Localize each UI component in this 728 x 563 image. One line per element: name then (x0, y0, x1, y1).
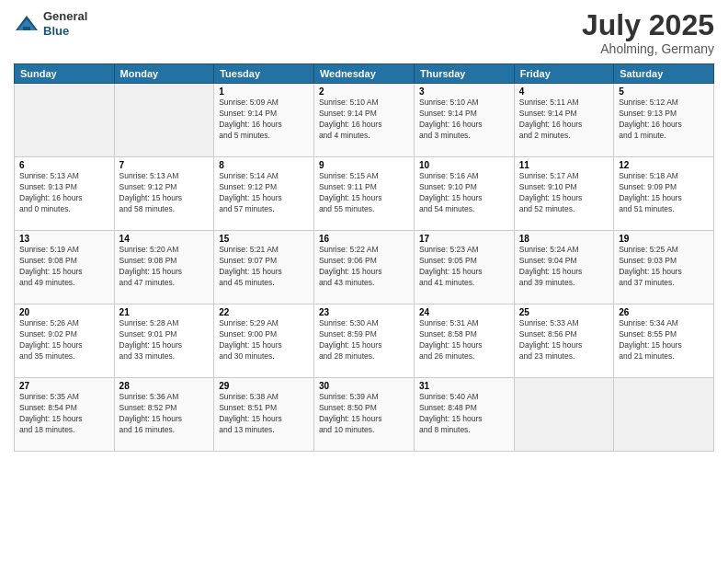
day-number: 3 (419, 86, 509, 97)
day-info: Sunrise: 5:30 AM Sunset: 8:59 PM Dayligh… (319, 318, 409, 362)
table-row: 29Sunrise: 5:38 AM Sunset: 8:51 PM Dayli… (214, 378, 314, 452)
day-number: 29 (219, 381, 309, 391)
table-row: 28Sunrise: 5:36 AM Sunset: 8:52 PM Dayli… (114, 378, 214, 452)
day-info: Sunrise: 5:15 AM Sunset: 9:11 PM Dayligh… (319, 171, 409, 215)
month-title: July 2025 (582, 9, 714, 41)
day-info: Sunrise: 5:35 AM Sunset: 8:54 PM Dayligh… (19, 392, 109, 436)
table-row: 22Sunrise: 5:29 AM Sunset: 9:00 PM Dayli… (214, 304, 314, 378)
table-row: 27Sunrise: 5:35 AM Sunset: 8:54 PM Dayli… (15, 378, 115, 452)
day-number: 26 (619, 307, 709, 317)
day-number: 19 (619, 234, 709, 244)
day-number: 16 (319, 234, 409, 244)
day-info: Sunrise: 5:16 AM Sunset: 9:10 PM Dayligh… (419, 171, 509, 215)
calendar-week-1: 1Sunrise: 5:09 AM Sunset: 9:14 PM Daylig… (15, 84, 714, 157)
table-row: 3Sunrise: 5:10 AM Sunset: 9:14 PM Daylig… (414, 84, 514, 157)
day-number: 15 (219, 234, 309, 244)
day-info: Sunrise: 5:28 AM Sunset: 9:01 PM Dayligh… (119, 318, 210, 362)
table-row: 18Sunrise: 5:24 AM Sunset: 9:04 PM Dayli… (514, 231, 613, 304)
header: General Blue July 2025 Aholming, Germany (14, 9, 714, 56)
day-number: 11 (519, 160, 609, 170)
day-info: Sunrise: 5:34 AM Sunset: 8:55 PM Dayligh… (619, 318, 709, 362)
table-row: 30Sunrise: 5:39 AM Sunset: 8:50 PM Dayli… (313, 378, 414, 452)
day-number: 24 (419, 307, 509, 317)
day-info: Sunrise: 5:10 AM Sunset: 9:14 PM Dayligh… (319, 98, 409, 142)
table-row: 1Sunrise: 5:09 AM Sunset: 9:14 PM Daylig… (214, 84, 314, 157)
logo: General Blue (14, 9, 87, 38)
col-monday: Monday (114, 64, 214, 84)
day-number: 30 (319, 381, 409, 391)
day-number: 21 (119, 307, 210, 317)
col-tuesday: Tuesday (214, 64, 314, 84)
table-row: 13Sunrise: 5:19 AM Sunset: 9:08 PM Dayli… (15, 231, 115, 304)
table-row: 4Sunrise: 5:11 AM Sunset: 9:14 PM Daylig… (514, 84, 613, 157)
svg-rect-2 (23, 27, 30, 30)
day-info: Sunrise: 5:21 AM Sunset: 9:07 PM Dayligh… (219, 245, 309, 289)
day-number: 6 (19, 160, 109, 170)
col-sunday: Sunday (15, 64, 115, 84)
day-info: Sunrise: 5:25 AM Sunset: 9:03 PM Dayligh… (619, 245, 709, 289)
day-info: Sunrise: 5:38 AM Sunset: 8:51 PM Dayligh… (219, 392, 309, 436)
table-row: 17Sunrise: 5:23 AM Sunset: 9:05 PM Dayli… (414, 231, 514, 304)
day-number: 12 (619, 160, 709, 170)
logo-text: General Blue (43, 9, 87, 38)
col-wednesday: Wednesday (313, 64, 414, 84)
table-row: 23Sunrise: 5:30 AM Sunset: 8:59 PM Dayli… (313, 304, 414, 378)
day-number: 9 (319, 160, 409, 170)
day-number: 14 (119, 234, 210, 244)
day-info: Sunrise: 5:10 AM Sunset: 9:14 PM Dayligh… (419, 98, 509, 142)
calendar-header-row: Sunday Monday Tuesday Wednesday Thursday… (15, 64, 714, 84)
table-row (514, 378, 613, 452)
table-row: 2Sunrise: 5:10 AM Sunset: 9:14 PM Daylig… (313, 84, 414, 157)
day-info: Sunrise: 5:22 AM Sunset: 9:06 PM Dayligh… (319, 245, 409, 289)
table-row: 21Sunrise: 5:28 AM Sunset: 9:01 PM Dayli… (114, 304, 214, 378)
day-info: Sunrise: 5:26 AM Sunset: 9:02 PM Dayligh… (19, 318, 109, 362)
table-row: 19Sunrise: 5:25 AM Sunset: 9:03 PM Dayli… (614, 231, 714, 304)
table-row: 6Sunrise: 5:13 AM Sunset: 9:13 PM Daylig… (15, 157, 115, 231)
calendar-week-2: 6Sunrise: 5:13 AM Sunset: 9:13 PM Daylig… (15, 157, 714, 231)
day-info: Sunrise: 5:20 AM Sunset: 9:08 PM Dayligh… (119, 245, 210, 289)
day-info: Sunrise: 5:19 AM Sunset: 9:08 PM Dayligh… (19, 245, 109, 289)
day-number: 20 (19, 307, 109, 317)
day-number: 23 (319, 307, 409, 317)
day-number: 10 (419, 160, 509, 170)
logo-blue: Blue (43, 24, 87, 39)
calendar-week-4: 20Sunrise: 5:26 AM Sunset: 9:02 PM Dayli… (15, 304, 714, 378)
day-number: 8 (219, 160, 309, 170)
title-block: July 2025 Aholming, Germany (582, 9, 714, 56)
day-number: 27 (19, 381, 109, 391)
day-info: Sunrise: 5:23 AM Sunset: 9:05 PM Dayligh… (419, 245, 509, 289)
table-row (15, 84, 115, 157)
table-row: 26Sunrise: 5:34 AM Sunset: 8:55 PM Dayli… (614, 304, 714, 378)
calendar-table: Sunday Monday Tuesday Wednesday Thursday… (14, 63, 714, 452)
col-friday: Friday (514, 64, 613, 84)
col-thursday: Thursday (414, 64, 514, 84)
day-info: Sunrise: 5:11 AM Sunset: 9:14 PM Dayligh… (519, 98, 609, 142)
day-info: Sunrise: 5:12 AM Sunset: 9:13 PM Dayligh… (619, 98, 709, 142)
day-info: Sunrise: 5:40 AM Sunset: 8:48 PM Dayligh… (419, 392, 509, 436)
day-info: Sunrise: 5:18 AM Sunset: 9:09 PM Dayligh… (619, 171, 709, 215)
table-row: 31Sunrise: 5:40 AM Sunset: 8:48 PM Dayli… (414, 378, 514, 452)
day-info: Sunrise: 5:13 AM Sunset: 9:12 PM Dayligh… (119, 171, 210, 215)
location: Aholming, Germany (582, 41, 714, 56)
day-info: Sunrise: 5:24 AM Sunset: 9:04 PM Dayligh… (519, 245, 609, 289)
table-row: 11Sunrise: 5:17 AM Sunset: 9:10 PM Dayli… (514, 157, 613, 231)
table-row: 20Sunrise: 5:26 AM Sunset: 9:02 PM Dayli… (15, 304, 115, 378)
table-row: 10Sunrise: 5:16 AM Sunset: 9:10 PM Dayli… (414, 157, 514, 231)
day-number: 25 (519, 307, 609, 317)
page: General Blue July 2025 Aholming, Germany… (0, 0, 728, 563)
day-number: 22 (219, 307, 309, 317)
table-row: 7Sunrise: 5:13 AM Sunset: 9:12 PM Daylig… (114, 157, 214, 231)
calendar-week-3: 13Sunrise: 5:19 AM Sunset: 9:08 PM Dayli… (15, 231, 714, 304)
day-number: 28 (119, 381, 210, 391)
col-saturday: Saturday (614, 64, 714, 84)
table-row (114, 84, 214, 157)
day-info: Sunrise: 5:29 AM Sunset: 9:00 PM Dayligh… (219, 318, 309, 362)
day-number: 7 (119, 160, 210, 170)
table-row: 8Sunrise: 5:14 AM Sunset: 9:12 PM Daylig… (214, 157, 314, 231)
day-info: Sunrise: 5:09 AM Sunset: 9:14 PM Dayligh… (219, 98, 309, 142)
table-row: 5Sunrise: 5:12 AM Sunset: 9:13 PM Daylig… (614, 84, 714, 157)
day-info: Sunrise: 5:39 AM Sunset: 8:50 PM Dayligh… (319, 392, 409, 436)
logo-icon (14, 14, 40, 34)
logo-general: General (43, 9, 87, 24)
table-row: 14Sunrise: 5:20 AM Sunset: 9:08 PM Dayli… (114, 231, 214, 304)
